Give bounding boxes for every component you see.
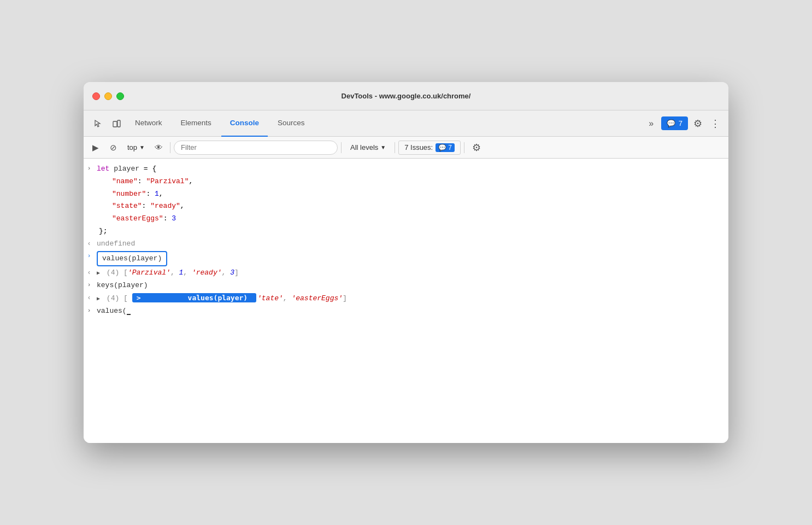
device-toolbar-button[interactable]: [108, 115, 125, 132]
console-line: ‹ ▶ (4) ['Parzival', 1, 'ready', 3]: [84, 267, 728, 279]
svg-rect-1: [117, 120, 120, 127]
tab-network[interactable]: Network: [126, 110, 171, 137]
line-text: keys(player): [95, 280, 724, 291]
expand-arrow[interactable]: ›: [84, 164, 95, 174]
separator4: [464, 142, 464, 153]
cursor: [127, 308, 131, 315]
more-tabs-button[interactable]: »: [643, 115, 660, 132]
window-title: DevTools - www.google.co.uk/chrome/: [342, 92, 471, 100]
console-toolbar: ▶ ⊘ top ▼ 👁 All levels ▼ 7 Issues: 💬 7: [84, 137, 728, 159]
dropdown-arrow-icon: ▼: [139, 144, 145, 150]
eye-button[interactable]: 👁: [151, 140, 167, 155]
minimize-button[interactable]: [104, 92, 112, 100]
console-line: "name": "Parzival",: [84, 176, 728, 188]
issues-badge-button[interactable]: 💬 7: [661, 116, 688, 130]
tab-sources[interactable]: Sources: [269, 110, 314, 137]
tabs-bar: Network Elements Console Sources » 💬 7 ⚙…: [84, 110, 728, 137]
console-settings-button[interactable]: ⚙: [468, 139, 485, 156]
console-line: "state": "ready",: [84, 200, 728, 213]
eye-icon: 👁: [155, 143, 163, 152]
issues-badge: 💬 7: [436, 143, 455, 152]
expand-arrow-blue[interactable]: ›: [84, 252, 95, 261]
expand-triangle[interactable]: ▶: [97, 296, 100, 302]
console-line: › keys(player): [84, 279, 728, 292]
execute-button[interactable]: ▶: [88, 140, 103, 155]
inspect-element-button[interactable]: [89, 115, 107, 132]
line-text: ▶ (4) [ > values(player) 'tate', 'easter…: [95, 293, 724, 305]
line-text: values(: [95, 306, 724, 317]
output-arrow: ‹: [84, 293, 95, 304]
line-text: "state": "ready",: [95, 201, 724, 212]
expand-triangle[interactable]: ▶: [97, 270, 100, 276]
traffic-lights: [92, 92, 124, 100]
line-text: let player = {: [95, 164, 724, 175]
settings-button[interactable]: ⚙: [689, 115, 707, 132]
console-input-typing: › values(: [84, 305, 728, 318]
issues-button[interactable]: 7 Issues: 💬 7: [398, 141, 461, 155]
output-arrow: ‹: [84, 239, 95, 249]
console-content: › let player = { "name": "Parzival", "nu…: [84, 159, 728, 443]
highlighted-command[interactable]: values(player): [97, 251, 167, 267]
device-icon: [112, 119, 121, 128]
svg-rect-0: [113, 121, 117, 127]
console-input-values: › values(player): [84, 250, 728, 267]
console-line: "easterEggs": 3: [84, 213, 728, 225]
cursor-icon: [93, 119, 102, 128]
separator3: [395, 142, 395, 153]
maximize-button[interactable]: [116, 92, 124, 100]
more-options-button[interactable]: ⋮: [708, 115, 723, 132]
line-text: undefined: [95, 238, 724, 250]
tab-elements[interactable]: Elements: [172, 110, 220, 137]
line-text: ▶ (4) ['Parzival', 1, 'ready', 3]: [95, 267, 724, 279]
close-button[interactable]: [92, 92, 100, 100]
separator: [170, 142, 170, 153]
console-output-with-autocomplete: ‹ ▶ (4) [ > values(player) 'tate', 'east…: [84, 292, 728, 305]
console-line: };: [84, 225, 728, 238]
console-line: › let player = {: [84, 163, 728, 176]
console-line: "number": 1,: [84, 188, 728, 201]
console-line: ‹ undefined: [84, 238, 728, 250]
line-text: };: [95, 226, 724, 237]
clear-console-button[interactable]: ⊘: [105, 140, 121, 155]
title-bar: DevTools - www.google.co.uk/chrome/: [84, 82, 728, 110]
levels-arrow-icon: ▼: [380, 144, 386, 150]
filter-input[interactable]: [174, 141, 338, 155]
line-text: "number": 1,: [95, 189, 724, 200]
context-selector[interactable]: top ▼: [123, 142, 149, 153]
tab-console[interactable]: Console: [221, 110, 268, 137]
expand-arrow[interactable]: ›: [84, 306, 95, 316]
separator2: [341, 142, 342, 153]
message-icon: 💬: [667, 119, 675, 127]
log-levels-button[interactable]: All levels ▼: [345, 141, 391, 154]
line-text: values(player): [95, 251, 724, 267]
line-text: "easterEggs": 3: [95, 213, 724, 225]
message-icon-small: 💬: [438, 144, 446, 151]
devtools-window: DevTools - www.google.co.uk/chrome/ Netw…: [84, 82, 728, 443]
line-text: "name": "Parzival",: [95, 176, 724, 188]
expand-arrow[interactable]: ›: [84, 281, 95, 290]
output-arrow: ‹: [84, 268, 95, 278]
